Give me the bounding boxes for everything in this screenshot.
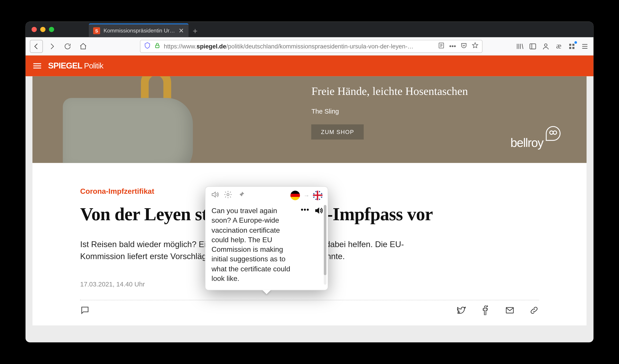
- back-button[interactable]: [30, 40, 43, 53]
- browser-tab[interactable]: S Kommissionspräsidentin Ursula… ✕: [89, 23, 189, 37]
- lock-icon[interactable]: [154, 42, 160, 50]
- close-window-button[interactable]: [32, 27, 37, 32]
- ad-subline: The Sling: [311, 108, 574, 115]
- site-menu-button[interactable]: [33, 63, 41, 68]
- site-header: SPIEGELPolitik: [26, 55, 594, 76]
- tab-bar: S Kommissionspräsidentin Ursula… ✕ ＋: [26, 22, 594, 37]
- svg-point-9: [227, 194, 229, 196]
- ad-image: [32, 76, 298, 163]
- copy-link-icon[interactable]: [529, 305, 539, 317]
- page-actions-icon[interactable]: •••: [449, 42, 456, 50]
- svg-rect-4: [569, 43, 571, 46]
- reload-button[interactable]: [61, 40, 74, 53]
- translation-text: Can you travel again soon? A Europe-wide…: [211, 206, 297, 283]
- window-controls: [32, 27, 54, 32]
- target-lang-flag-en[interactable]: [313, 191, 323, 200]
- comments-icon[interactable]: [80, 305, 90, 317]
- svg-point-3: [545, 43, 547, 46]
- reader-mode-icon[interactable]: [438, 42, 445, 50]
- site-brand[interactable]: SPIEGELPolitik: [48, 61, 103, 71]
- popup-pin-icon[interactable]: [237, 190, 245, 201]
- svg-rect-0: [156, 45, 159, 48]
- tab-close-button[interactable]: ✕: [179, 27, 184, 35]
- ad-headline: Freie Hände, leichte Hosentaschen: [311, 85, 574, 98]
- browser-toolbar: https://www.spiegel.de/politik/deutschla…: [26, 37, 594, 55]
- minimize-window-button[interactable]: [40, 27, 45, 32]
- translation-popup: → Can you travel again soon? A Europe-wi…: [205, 187, 328, 290]
- svg-rect-5: [572, 43, 574, 46]
- popup-toolbar: →: [205, 187, 328, 204]
- maximize-window-button[interactable]: [49, 27, 54, 32]
- tab-favicon: S: [93, 27, 100, 34]
- svg-rect-6: [569, 47, 571, 49]
- tracking-protection-icon[interactable]: [144, 42, 151, 50]
- home-button[interactable]: [77, 40, 90, 53]
- share-bar: [80, 305, 539, 317]
- new-tab-button[interactable]: ＋: [189, 24, 202, 37]
- popup-more-icon[interactable]: •••: [301, 206, 310, 215]
- svg-rect-7: [572, 47, 574, 49]
- lang-arrow-icon: →: [304, 192, 310, 199]
- popup-scrollbar[interactable]: [324, 205, 326, 285]
- extension-ae-icon[interactable]: æ: [555, 42, 563, 51]
- address-bar[interactable]: https://www.spiegel.de/politik/deutschla…: [140, 40, 483, 53]
- page-content: SPIEGELPolitik Freie Hände, leichte Hose…: [26, 55, 594, 342]
- svg-rect-2: [530, 43, 536, 49]
- divider: [80, 300, 539, 300]
- email-share-icon[interactable]: [505, 305, 515, 317]
- ad-brand-logo: bellroy: [510, 132, 561, 150]
- extension-grid-icon[interactable]: [567, 42, 576, 51]
- tab-title: Kommissionspräsidentin Ursula…: [104, 28, 175, 34]
- account-icon[interactable]: [541, 42, 550, 51]
- ad-cta-button[interactable]: ZUM SHOP: [311, 124, 364, 140]
- library-icon[interactable]: [515, 42, 524, 51]
- pocket-icon[interactable]: [461, 42, 467, 50]
- app-menu-icon[interactable]: [580, 42, 589, 51]
- popup-speak-translation-icon[interactable]: [314, 206, 324, 215]
- url-text: https://www.spiegel.de/politik/deutschla…: [164, 43, 435, 50]
- twitter-share-icon[interactable]: [456, 305, 466, 317]
- ad-banner[interactable]: Freie Hände, leichte Hosentaschen The Sl…: [32, 76, 587, 163]
- bookmark-star-icon[interactable]: [472, 42, 478, 50]
- popup-speak-source-icon[interactable]: [211, 190, 219, 201]
- source-lang-flag-de[interactable]: [290, 191, 300, 200]
- facebook-share-icon[interactable]: [481, 305, 490, 317]
- popup-settings-icon[interactable]: [224, 190, 232, 201]
- browser-window: S Kommissionspräsidentin Ursula… ✕ ＋: [26, 22, 594, 342]
- sidebar-icon[interactable]: [529, 42, 537, 51]
- forward-button[interactable]: [45, 40, 58, 53]
